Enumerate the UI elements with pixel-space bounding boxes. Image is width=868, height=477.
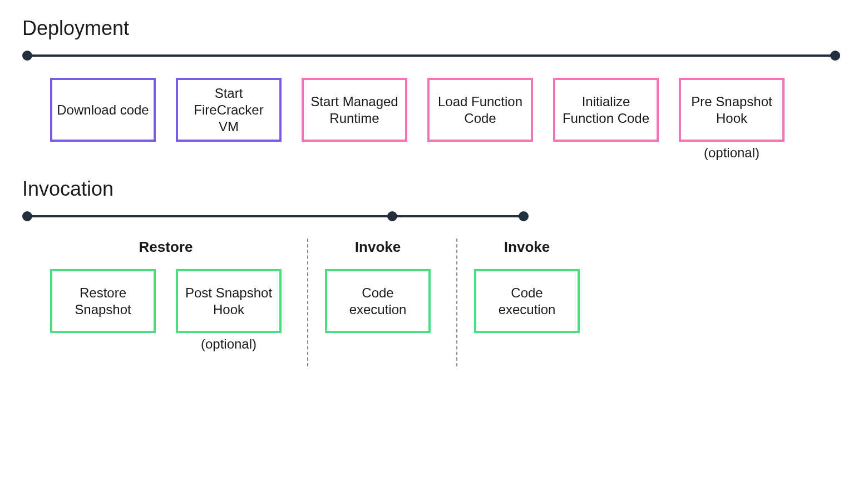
deployment-title: Deployment [22,17,846,40]
deployment-timeline [22,50,840,61]
invocation-timeline [22,211,529,222]
phase-invoke-1: Invoke Code execution [318,238,446,333]
step-download-code: Download code [50,78,156,142]
step-restore-snapshot: Restore Snapshot [50,269,156,333]
step-start-firecracker-vm: Start FireCracker VM [176,78,282,142]
phase-divider [307,238,308,366]
step-pre-snapshot-hook-caption: (optional) [679,145,785,161]
step-start-managed-runtime: Start Managed Runtime [302,78,407,142]
phase-restore: Restore Restore Snapshot Post Snapshot H… [50,238,297,352]
phase-invoke-1-title: Invoke [355,238,401,256]
step-initialize-function-code: Initialize Function Code [553,78,659,142]
invocation-phases: Restore Restore Snapshot Post Snapshot H… [22,238,846,366]
phase-invoke-2-title: Invoke [504,238,550,256]
phase-divider [456,238,457,366]
step-post-snapshot-hook: Post Snapshot Hook [176,269,282,333]
deployment-steps: Download code Start FireCracker VM Start… [22,78,846,161]
step-load-function-code: Load Function Code [427,78,533,142]
invocation-title: Invocation [22,177,846,201]
phase-invoke-2: Invoke Code execution [467,238,595,333]
step-code-execution-2: Code execution [474,269,580,333]
step-pre-snapshot-hook: Pre Snapshot Hook [679,78,785,142]
phase-restore-title: Restore [139,238,193,256]
step-post-snapshot-hook-caption: (optional) [176,336,282,352]
step-code-execution-1: Code execution [325,269,431,333]
